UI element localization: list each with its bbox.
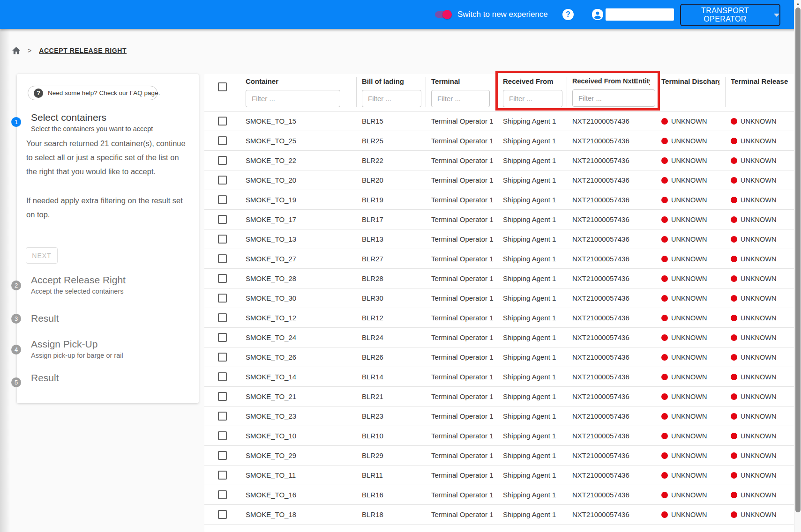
table-row: SMOKE_TO_13 BLR13 Terminal Operator 1 Sh… xyxy=(204,229,794,249)
row-checkbox[interactable] xyxy=(218,451,227,460)
row-checkbox[interactable] xyxy=(218,333,227,342)
row-select-cell xyxy=(204,451,240,460)
row-checkbox[interactable] xyxy=(218,136,227,145)
row-select-cell xyxy=(204,176,240,185)
containers-table: Container Bill of lading Terminal Receiv… xyxy=(204,74,794,532)
cell-received-from-nxtentityid: NXT21000057436 xyxy=(567,196,656,204)
cell-terminal-release-light: UNKNOWN xyxy=(725,137,794,145)
filter-note-text: If needed apply extra filtering on the r… xyxy=(26,193,183,222)
cell-terminal-discharge-light: UNKNOWN xyxy=(656,334,725,341)
cell-terminal: Terminal Operator 1 xyxy=(426,373,497,381)
row-select-cell xyxy=(204,294,240,303)
row-checkbox[interactable] xyxy=(218,412,227,421)
bill-of-lading-filter-input[interactable] xyxy=(362,90,421,107)
row-select-cell xyxy=(204,195,240,204)
new-experience-toggle[interactable] xyxy=(435,11,451,18)
nxtentityid-filter-input[interactable] xyxy=(572,89,655,107)
cell-container: SMOKE_TO_14 xyxy=(240,373,356,381)
cell-terminal: Terminal Operator 1 xyxy=(426,294,497,302)
cell-received-from-nxtentityid: NXT21000057436 xyxy=(567,333,656,341)
row-checkbox[interactable] xyxy=(218,176,227,185)
cell-bill-of-lading: BLR10 xyxy=(356,432,426,440)
cell-terminal-release-light: UNKNOWN xyxy=(725,275,794,282)
search-input[interactable] xyxy=(606,8,674,21)
page-scrollbar[interactable]: ▲ xyxy=(794,0,801,532)
table-row: SMOKE_TO_14 BLR14 Terminal Operator 1 Sh… xyxy=(204,367,794,387)
header-terminal-release-light: Terminal Release Li xyxy=(725,74,794,111)
row-checkbox[interactable] xyxy=(218,215,227,224)
cell-received-from: Shipping Agent 1 xyxy=(497,255,567,263)
terminal-filter-input[interactable] xyxy=(431,90,490,107)
row-checkbox[interactable] xyxy=(218,510,227,519)
cell-bill-of-lading: BLR19 xyxy=(356,196,426,204)
row-checkbox[interactable] xyxy=(218,392,227,401)
row-checkbox[interactable] xyxy=(218,490,227,499)
cell-bill-of-lading: BLR24 xyxy=(356,333,426,341)
cell-terminal-release-light: UNKNOWN xyxy=(725,373,794,381)
row-checkbox[interactable] xyxy=(218,471,227,480)
cell-received-from-nxtentityid: NXT21000057436 xyxy=(567,451,656,459)
person-glyph xyxy=(592,9,603,20)
row-checkbox[interactable] xyxy=(218,294,227,303)
status-dot-red xyxy=(661,118,668,125)
received-from-filter-input[interactable] xyxy=(503,90,562,107)
cell-bill-of-lading: BLR20 xyxy=(356,176,426,184)
help-icon[interactable]: ? xyxy=(562,9,574,20)
status-dot-red xyxy=(661,157,668,164)
row-select-cell xyxy=(204,136,240,145)
status-dot-red xyxy=(731,354,737,361)
cell-terminal-discharge-light: UNKNOWN xyxy=(656,393,725,400)
cell-received-from: Shipping Agent 1 xyxy=(497,274,567,282)
row-checkbox[interactable] xyxy=(218,372,227,381)
cell-bill-of-lading: BLR30 xyxy=(356,294,426,302)
row-checkbox[interactable] xyxy=(218,235,227,244)
cell-terminal: Terminal Operator 1 xyxy=(426,137,497,145)
row-checkbox[interactable] xyxy=(218,195,227,204)
breadcrumb-current-link[interactable]: ACCEPT RELEASE RIGHT xyxy=(39,47,127,54)
container-filter-input[interactable] xyxy=(246,90,340,107)
cell-terminal: Terminal Operator 1 xyxy=(426,235,497,243)
cell-received-from: Shipping Agent 1 xyxy=(497,510,567,518)
cell-container: SMOKE_TO_22 xyxy=(240,156,356,164)
faq-help-button[interactable]: ? Need some help? Check our FAQ page. xyxy=(28,86,157,100)
breadcrumb-chevron: > xyxy=(28,47,31,54)
table-row: SMOKE_TO_16 BLR16 Terminal Operator 1 Sh… xyxy=(204,485,794,505)
row-checkbox[interactable] xyxy=(218,353,227,362)
left-edge-shadow xyxy=(0,29,10,532)
cell-received-from: Shipping Agent 1 xyxy=(497,412,567,420)
row-checkbox[interactable] xyxy=(218,156,227,165)
cell-container: SMOKE_TO_13 xyxy=(240,235,356,243)
step-1-subtitle: Select the containers you want to accept xyxy=(31,125,153,133)
status-dot-red xyxy=(661,452,668,459)
user-account-icon[interactable] xyxy=(592,9,603,20)
cell-received-from: Shipping Agent 1 xyxy=(497,235,567,243)
cell-terminal: Terminal Operator 1 xyxy=(426,255,497,263)
cell-received-from: Shipping Agent 1 xyxy=(497,314,567,322)
row-select-cell xyxy=(204,215,240,224)
scrollbar-thumb[interactable] xyxy=(795,7,801,512)
cell-received-from-nxtentityid: NXT21000057436 xyxy=(567,471,656,479)
row-checkbox[interactable] xyxy=(218,117,227,126)
cell-container: SMOKE_TO_26 xyxy=(240,353,356,361)
cell-bill-of-lading: BLR15 xyxy=(356,117,426,125)
next-button[interactable]: NEXT xyxy=(26,247,58,264)
cell-terminal-discharge-light: UNKNOWN xyxy=(656,255,725,263)
row-select-cell xyxy=(204,254,240,263)
row-select-cell xyxy=(204,510,240,519)
row-checkbox[interactable] xyxy=(218,313,227,322)
status-dot-red xyxy=(731,197,737,203)
scroll-up-icon[interactable]: ▲ xyxy=(794,0,801,7)
role-selector-button[interactable]: TRANSPORT OPERATOR xyxy=(680,4,780,26)
cell-received-from-nxtentityid: NXT21000057436 xyxy=(567,373,656,381)
row-select-cell xyxy=(204,313,240,322)
cell-received-from-nxtentityid: NXT21000057436 xyxy=(567,255,656,263)
select-all-checkbox[interactable] xyxy=(218,82,227,91)
cell-terminal: Terminal Operator 1 xyxy=(426,333,497,341)
cell-terminal-release-light: UNKNOWN xyxy=(725,354,794,361)
home-icon[interactable] xyxy=(12,47,20,54)
row-checkbox[interactable] xyxy=(218,431,227,440)
row-checkbox[interactable] xyxy=(218,254,227,263)
cell-received-from-nxtentityid: NXT21000057436 xyxy=(567,137,656,145)
row-checkbox[interactable] xyxy=(218,274,227,283)
cell-bill-of-lading: BLR28 xyxy=(356,274,426,282)
